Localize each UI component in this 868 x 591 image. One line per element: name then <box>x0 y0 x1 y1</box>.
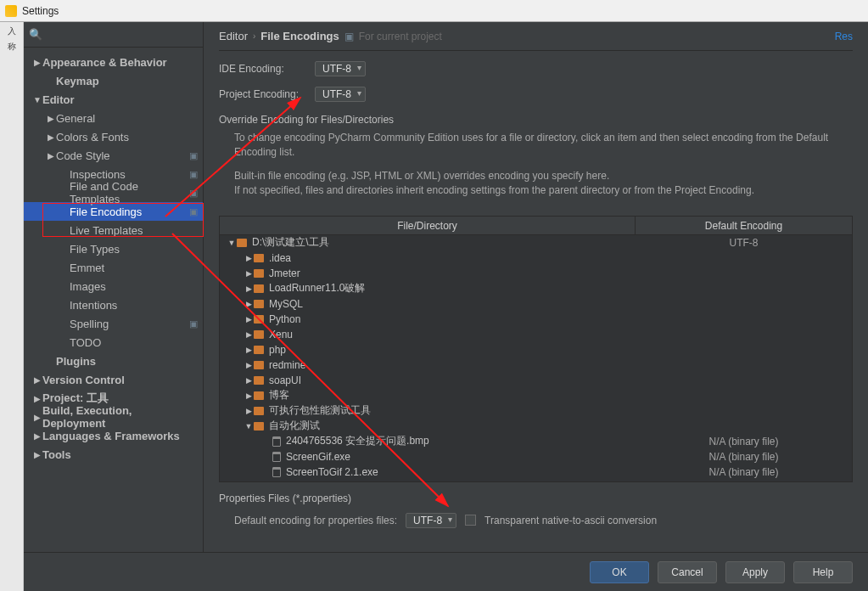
cancel-button[interactable]: Cancel <box>658 561 717 583</box>
table-row[interactable]: ▶soapUI <box>220 373 852 388</box>
sidebar-item-label: Emmet <box>70 262 198 274</box>
chevron-icon: ▶ <box>46 114 56 123</box>
sidebar-item-languages-frameworks[interactable]: ▶Languages & Frameworks <box>24 426 203 445</box>
file-name: 自动化测试 <box>269 419 320 433</box>
file-icon <box>272 436 281 447</box>
sidebar-item-spelling[interactable]: Spelling▣ <box>24 314 203 333</box>
project-icon: ▣ <box>189 318 198 329</box>
content-panel: Editor › File Encodings ▣ For current pr… <box>204 22 868 552</box>
encoding-cell[interactable]: N/A (binary file) <box>636 436 852 447</box>
sidebar-item-label: Colors & Fonts <box>56 131 198 144</box>
sidebar-item-file-encodings[interactable]: File Encodings▣ <box>24 202 203 221</box>
chevron-icon: ▶ <box>46 151 56 160</box>
project-encoding-combo[interactable]: UTF-8 <box>315 87 366 102</box>
table-row[interactable]: ▶Xenu <box>220 327 852 342</box>
help-button[interactable]: Help <box>793 561 853 583</box>
sidebar-item-file-types[interactable]: File Types <box>24 239 203 258</box>
table-row[interactable]: 2404765536 安全提示问题.bmpN/A (binary file) <box>220 434 852 449</box>
default-prop-encoding-combo[interactable]: UTF-8 <box>406 513 456 528</box>
encoding-cell[interactable]: N/A (binary file) <box>636 451 852 463</box>
table-row[interactable]: ▼D:\测试建立\工具UTF-8 <box>220 235 852 250</box>
sidebar-item-code-style[interactable]: ▶Code Style▣ <box>24 146 203 165</box>
sidebar-item-editor[interactable]: ▼Editor <box>24 90 203 109</box>
chevron-icon: ▶ <box>46 132 56 142</box>
help-text: To change encoding PyCharm Community Edi… <box>234 131 853 207</box>
table-row[interactable]: ScreenGif.exeN/A (binary file) <box>220 449 852 464</box>
sidebar-item-label: Tools <box>42 448 198 461</box>
table-row[interactable]: ▶MySQL <box>220 296 852 312</box>
apply-button[interactable]: Apply <box>725 561 785 583</box>
table-row[interactable]: ▼自动化测试 <box>220 419 852 434</box>
search-input[interactable] <box>46 29 198 41</box>
sidebar-item-colors-fonts[interactable]: ▶Colors & Fonts <box>24 127 203 146</box>
sidebar-item-todo[interactable]: TODO <box>24 333 203 352</box>
chevron-icon: ▶ <box>32 413 42 422</box>
sidebar-item-general[interactable]: ▶General <box>24 109 203 127</box>
sidebar-item-file-and-code-templates[interactable]: File and Code Templates▣ <box>24 183 203 202</box>
folder-icon <box>254 346 264 354</box>
col-filedir[interactable]: File/Directory <box>220 217 636 234</box>
ide-encoding-label: IDE Encoding: <box>219 63 315 75</box>
table-row[interactable]: ▶博客 <box>220 388 852 403</box>
col-encoding[interactable]: Default Encoding <box>636 217 852 234</box>
chevron-icon: ▶ <box>244 376 254 385</box>
encoding-cell[interactable]: UTF-8 <box>636 237 852 249</box>
chevron-icon: ▶ <box>244 407 254 415</box>
sidebar-item-intentions[interactable]: Intentions <box>24 296 203 314</box>
file-name: .idea <box>269 252 291 264</box>
table-row[interactable]: ▶LoadRunner11.0破解 <box>220 281 852 296</box>
settings-tree[interactable]: ▶Appearance & BehaviorKeymap▼Editor▶Gene… <box>24 48 203 552</box>
file-icon <box>272 467 281 477</box>
project-icon: ▣ <box>344 31 354 42</box>
sidebar-item-version-control[interactable]: ▶Version Control <box>24 370 203 389</box>
sidebar-item-label: Languages & Frameworks <box>42 430 198 442</box>
table-row[interactable]: ScreenToGif 2.1.exeN/A (binary file) <box>220 464 852 480</box>
reset-link[interactable]: Res <box>835 31 853 42</box>
table-row[interactable]: Sublime_Text_2.0.2_Setup.exeN/A (binary … <box>220 480 852 481</box>
file-name: ScreenToGif 2.1.exe <box>286 466 378 478</box>
table-row[interactable]: ▶.idea <box>220 250 852 266</box>
sidebar-item-build-execution-deployment[interactable]: ▶Build, Execution, Deployment <box>24 408 203 426</box>
crumb-editor[interactable]: Editor <box>219 30 248 42</box>
table-row[interactable]: ▶可执行包性能测试工具 <box>220 403 852 419</box>
sidebar-item-images[interactable]: Images <box>24 277 203 296</box>
sidebar-item-appearance-behavior[interactable]: ▶Appearance & Behavior <box>24 53 203 71</box>
table-row[interactable]: ▶php <box>220 342 852 357</box>
chevron-icon: ▶ <box>32 450 42 459</box>
transparent-ascii-label: Transparent native-to-ascii conversion <box>484 515 657 526</box>
table-body[interactable]: ▼D:\测试建立\工具UTF-8▶.idea▶Jmeter▶LoadRunner… <box>220 235 852 481</box>
properties-section-label: Properties Files (*.properties) <box>219 492 853 504</box>
sidebar-item-live-templates[interactable]: Live Templates <box>24 221 203 239</box>
file-name: redmine <box>269 359 305 371</box>
project-icon: ▣ <box>189 188 198 199</box>
crumb-file-encodings: File Encodings <box>260 30 339 42</box>
sidebar-item-label: General <box>56 112 198 125</box>
settings-dialog: 🔍 ▶Appearance & BehaviorKeymap▼Editor▶Ge… <box>24 22 868 591</box>
override-label: Override Encoding for Files/Directories <box>219 114 853 126</box>
folder-icon <box>254 391 264 400</box>
sidebar-item-emmet[interactable]: Emmet <box>24 258 203 277</box>
file-name: Python <box>269 313 300 325</box>
transparent-ascii-checkbox[interactable] <box>465 515 476 526</box>
chevron-icon: ▶ <box>244 269 254 278</box>
table-row[interactable]: ▶Python <box>220 312 852 327</box>
sidebar-item-label: Intentions <box>70 299 198 312</box>
chevron-icon: ▶ <box>32 58 42 67</box>
file-name: D:\测试建立\工具 <box>252 235 329 250</box>
folder-icon <box>254 376 264 385</box>
default-prop-encoding-label: Default encoding for properties files: <box>234 515 397 526</box>
sidebar-item-tools[interactable]: ▶Tools <box>24 445 203 464</box>
ide-encoding-combo[interactable]: UTF-8 <box>315 61 366 76</box>
sidebar-item-plugins[interactable]: Plugins <box>24 352 203 370</box>
sidebar-item-label: Plugins <box>56 355 198 368</box>
ok-button[interactable]: OK <box>590 561 649 583</box>
chevron-icon: ▶ <box>244 300 254 308</box>
table-row[interactable]: ▶Jmeter <box>220 266 852 281</box>
sidebar-item-label: File Types <box>70 243 198 256</box>
sidebar-item-keymap[interactable]: Keymap <box>24 71 203 90</box>
table-row[interactable]: ▶redmine <box>220 357 852 373</box>
left-strip: 入 称 <box>0 22 24 591</box>
encoding-cell[interactable]: N/A (binary file) <box>636 466 852 478</box>
file-icon <box>272 452 281 462</box>
project-icon: ▣ <box>189 169 198 180</box>
